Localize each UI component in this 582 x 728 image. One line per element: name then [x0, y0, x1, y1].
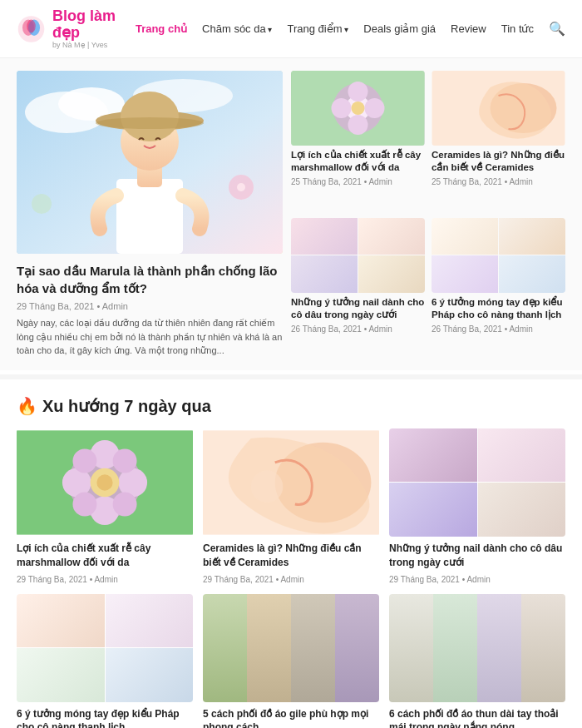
trending-card-5-title: 5 cách phối đồ áo gile phù hợp mọi phong…	[203, 707, 379, 728]
trending-card-2[interactable]: Ceramides là gì? Những điều cần biết về …	[203, 428, 379, 584]
svg-point-13	[96, 117, 204, 129]
svg-point-36	[113, 449, 137, 473]
trending-card-1-meta: 29 Tháng Ba, 2021 • Admin	[17, 575, 193, 584]
hero-card-2-title: Ceramides là gì? Những điều cần biết về …	[432, 149, 565, 174]
svg-rect-25	[292, 71, 425, 146]
svg-point-43	[251, 471, 284, 503]
trending-card-3[interactable]: Những ý tưởng nail dành cho cô dâu trong…	[389, 428, 565, 584]
trending-card-4-title: 6 ý tưởng móng tay đẹp kiểu Pháp cho cô …	[17, 707, 193, 728]
logo-text: Blog làm đẹp by Nà Mẹ | Yves	[52, 8, 136, 49]
nav-item-makeup[interactable]: Trang điểm	[287, 22, 348, 35]
trending-card-2-image	[203, 428, 379, 537]
trending-card-2-meta: 29 Tháng Ba, 2021 • Admin	[203, 575, 379, 584]
trending-card-5[interactable]: 5 cách phối đồ áo gile phù hợp mọi phong…	[203, 594, 379, 728]
nav-item-deals[interactable]: Deals giảm giá	[363, 22, 436, 35]
hero-section: Tại sao dầu Marula là thành phần chống l…	[0, 58, 582, 370]
hero-right-grid: Lợi ích của chiết xuất rễ cây marshmallo…	[291, 71, 565, 358]
trending-card-3-title: Những ý tưởng nail dành cho cô dâu trong…	[389, 542, 565, 570]
trending-grid: Lợi ích của chiết xuất rễ cây marshmallo…	[17, 428, 565, 728]
svg-point-16	[32, 194, 52, 214]
logo-sub-text: by Nà Mẹ | Yves	[52, 42, 136, 50]
trending-card-1-image	[17, 428, 193, 537]
svg-point-3	[27, 19, 36, 32]
logo-area[interactable]: Blog làm đẹp by Nà Mẹ | Yves	[17, 8, 136, 49]
hero-card-4-title: 6 ý tưởng móng tay đẹp kiểu Pháp cho cô …	[432, 296, 565, 321]
hero-card-1-title: Lợi ích của chiết xuất rễ cây marshmallo…	[291, 149, 425, 174]
svg-point-38	[113, 493, 137, 517]
nav-item-review[interactable]: Review	[451, 22, 486, 35]
trending-card-5-image	[203, 594, 379, 702]
hero-card-2-image	[432, 71, 565, 146]
trending-card-4-image	[17, 594, 193, 702]
trending-card-6-title: 6 cách phối đồ áo thun dài tay thoải mái…	[389, 707, 565, 728]
hero-card-3[interactable]: Những ý tưởng nail dành cho cô dâu trong…	[291, 218, 425, 358]
hero-main-article: Tại sao dầu Marula là thành phần chống l…	[17, 71, 291, 358]
search-icon[interactable]: 🔍	[549, 21, 565, 37]
trending-section-title: 🔥 Xu hướng 7 ngày qua	[17, 396, 565, 416]
hero-main-desc: Ngày nay, các loại dầu dưỡng da từ thiên…	[17, 316, 283, 358]
trending-card-3-meta: 29 Tháng Ba, 2021 • Admin	[389, 575, 565, 584]
svg-rect-8	[116, 179, 183, 254]
nav-item-home[interactable]: Trang chủ	[136, 22, 187, 35]
hero-card-4[interactable]: 6 ý tưởng móng tay đẹp kiểu Pháp cho cô …	[432, 218, 565, 358]
trending-section: 🔥 Xu hướng 7 ngày qua	[0, 384, 582, 728]
logo-main-text: Blog làm đẹp	[52, 8, 136, 42]
svg-point-35	[72, 449, 96, 473]
hero-card-3-title: Những ý tưởng nail dành cho cô dâu trong…	[291, 296, 425, 321]
trending-title-text: Xu hướng 7 ngày qua	[42, 396, 211, 416]
trending-card-4[interactable]: 6 ý tưởng móng tay đẹp kiểu Pháp cho cô …	[17, 594, 193, 728]
trending-emoji: 🔥	[17, 396, 37, 416]
hero-card-3-image	[291, 218, 425, 293]
hero-main-author: • Admin	[96, 301, 128, 311]
main-nav: Trang chủ Chăm sóc da Trang điểm Deals g…	[136, 21, 565, 37]
hero-main-title: Tại sao dầu Marula là thành phần chống l…	[17, 262, 283, 297]
trending-card-2-title: Ceramides là gì? Những điều cần biết về …	[203, 542, 379, 570]
hero-main-image	[17, 71, 283, 254]
hero-card-1-image	[291, 71, 425, 146]
hero-main-date: 29 Tháng Ba, 2021	[17, 301, 94, 311]
svg-point-40	[96, 474, 112, 490]
hero-main-info: Tại sao dầu Marula là thành phần chống l…	[17, 262, 283, 358]
trending-card-1-title: Lợi ích của chiết xuất rễ cây marshmallo…	[17, 542, 193, 570]
logo-icon	[17, 12, 46, 46]
hero-card-4-meta: 26 Tháng Ba, 2021 • Admin	[432, 324, 565, 334]
svg-point-15	[237, 183, 245, 191]
nav-item-news[interactable]: Tin tức	[501, 22, 534, 35]
hero-card-4-image	[432, 218, 565, 293]
site-header: Blog làm đẹp by Nà Mẹ | Yves Trang chủ C…	[0, 0, 582, 58]
hero-card-1-meta: 25 Tháng Ba, 2021 • Admin	[291, 177, 425, 186]
svg-point-12	[121, 92, 179, 141]
svg-point-37	[72, 493, 96, 517]
hero-card-3-meta: 26 Tháng Ba, 2021 • Admin	[291, 324, 425, 334]
nav-item-skincare[interactable]: Chăm sóc da	[202, 22, 272, 35]
hero-card-2[interactable]: Ceramides là gì? Những điều cần biết về …	[432, 71, 565, 210]
hero-main-meta: 29 Tháng Ba, 2021 • Admin	[17, 301, 283, 311]
trending-card-6-image	[389, 594, 565, 702]
hero-card-1[interactable]: Lợi ích của chiết xuất rễ cây marshmallo…	[291, 71, 425, 210]
section-divider	[0, 374, 582, 379]
trending-card-1[interactable]: Lợi ích của chiết xuất rễ cây marshmallo…	[17, 428, 193, 584]
trending-card-3-image	[389, 428, 565, 537]
hero-card-2-meta: 25 Tháng Ba, 2021 • Admin	[432, 177, 565, 186]
trending-card-6[interactable]: 6 cách phối đồ áo thun dài tay thoải mái…	[389, 594, 565, 728]
